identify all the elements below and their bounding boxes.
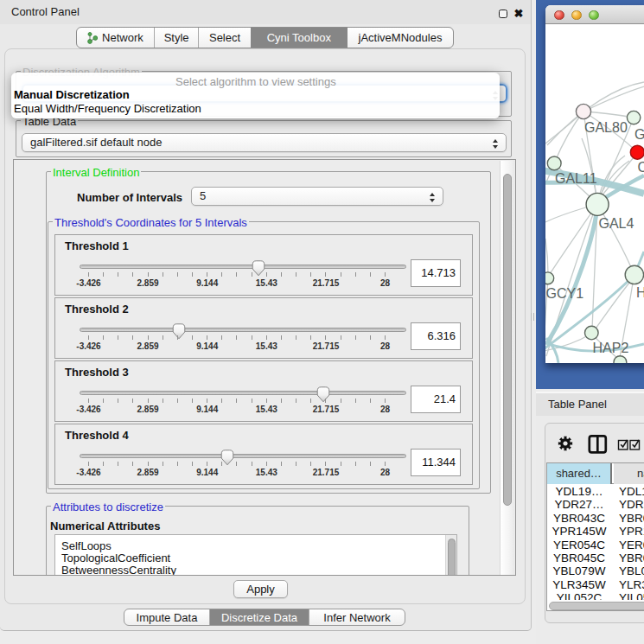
svg-text:GAL11: GAL11 bbox=[555, 171, 597, 186]
svg-text:CRP: CRP bbox=[638, 160, 644, 175]
svg-text:HAP2: HAP2 bbox=[593, 341, 629, 355]
svg-text:GCY1: GCY1 bbox=[546, 286, 584, 301]
svg-text:HIS4: HIS4 bbox=[636, 285, 644, 300]
svg-text:GAL80: GAL80 bbox=[584, 120, 628, 135]
svg-text:GAL4: GAL4 bbox=[599, 216, 634, 231]
svg-text:GAL2: GAL2 bbox=[634, 127, 644, 142]
